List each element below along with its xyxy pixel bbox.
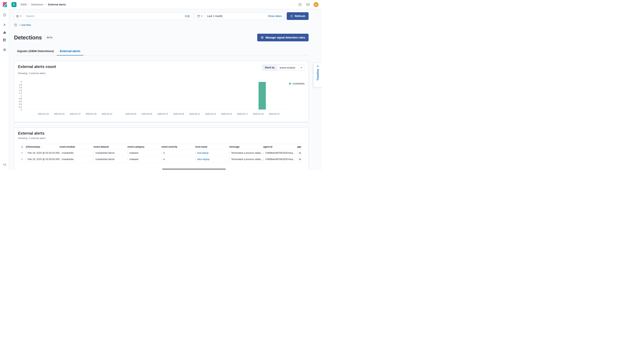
drag-handle[interactable] (229, 152, 230, 154)
nav-visualize-app[interactable] (1, 28, 8, 36)
column-header-agent-id[interactable]: agent.id (263, 146, 297, 148)
nav-app-a[interactable]: A (1, 21, 8, 28)
collapse-navigation-button[interactable] (1, 161, 8, 169)
fields-list-icon (20, 146, 24, 148)
cell-event-category: malware (128, 158, 162, 161)
manage-rules-label: Manage signal detection rules (266, 36, 305, 39)
nav-divider (2, 45, 7, 45)
chevron-down-icon (201, 16, 202, 17)
query-language-toggle[interactable]: KQL (182, 14, 193, 18)
chart-bar-crowdstrike (258, 82, 266, 110)
legend-swatch (289, 83, 291, 85)
drag-handle[interactable] (26, 158, 26, 161)
stack-by-control: Stack by event.module (262, 64, 304, 71)
search-input[interactable] (24, 14, 182, 18)
drag-handle[interactable] (263, 158, 264, 161)
column-header-host-name[interactable]: host.name (195, 146, 229, 148)
drag-handle[interactable] (128, 158, 128, 161)
cell-event-module: crowdstrike (60, 158, 94, 161)
cell-event-category: malware (128, 152, 162, 154)
nav-management[interactable] (1, 46, 8, 54)
column-label: host.name (195, 146, 208, 148)
filter-bar: + Add filter (14, 22, 308, 27)
time-range-value[interactable]: Last 1 month (205, 14, 225, 18)
cell-event-dataset: crowdstrike.falcon (94, 152, 128, 154)
column-header-event-module[interactable]: event.module (60, 146, 94, 148)
host-name-link[interactable]: alice-laptop (197, 158, 210, 161)
x-tick-label: 2020-02-05 (142, 113, 152, 115)
x-tick-label: 2020-02-21 (269, 113, 280, 115)
cell-host-name: alice-laptop (195, 158, 229, 161)
app-a-icon: A (4, 23, 5, 26)
kibana-siem-app: D SIEM / Detections / External alerts ? (0, 0, 322, 170)
drag-handle[interactable] (94, 158, 94, 161)
external-alerts-table: @timestamp ↓ event.module event.dataset … (18, 144, 304, 163)
drag-handle[interactable] (162, 158, 162, 161)
breadcrumb-separator: / (28, 3, 29, 6)
drag-handle[interactable] (229, 158, 230, 161)
newsfeed-button[interactable] (305, 1, 311, 8)
column-header-event-dataset[interactable]: event.dataset (94, 146, 128, 148)
cell-value: Feb 19, 2020 @ 03:30:00.000 (28, 158, 60, 161)
tab-external-alerts[interactable]: External alerts (57, 47, 84, 55)
nav-siem-app-active[interactable] (1, 36, 8, 44)
drag-handle[interactable] (195, 152, 196, 154)
external-alerts-count-panel: External alerts count Stack by event.mod… (14, 61, 308, 122)
space-avatar[interactable]: D (12, 2, 16, 7)
filter-options-button[interactable] (14, 23, 17, 27)
siem-app-icon (3, 38, 6, 42)
show-dates-button[interactable]: Show dates (265, 14, 284, 18)
user-menu-button[interactable]: e (313, 1, 319, 8)
title-wrap: Detections BETA (14, 34, 55, 41)
drag-handle[interactable] (94, 152, 94, 154)
drag-handle[interactable] (263, 152, 264, 154)
expand-row-button[interactable] (19, 157, 24, 162)
x-axis: 2020-01-232020-01-252020-01-272020-01-29… (24, 113, 286, 115)
x-tick-label: 2020-02-15 (221, 113, 232, 115)
drag-handle[interactable] (60, 158, 60, 161)
nav-recently-viewed[interactable] (1, 11, 8, 19)
drag-handle[interactable] (297, 158, 298, 161)
column-header-event-category[interactable]: event.category (128, 146, 162, 148)
manage-signal-detection-rules-button[interactable]: Manage signal detection rules (257, 34, 308, 41)
search-bar-group: KQL (14, 12, 193, 20)
breadcrumb-siem[interactable]: SIEM (20, 3, 27, 6)
timeline-flyout-toggle[interactable]: « Timeline (313, 63, 322, 87)
drag-handle[interactable] (26, 152, 26, 154)
tab-signals[interactable]: Signals (SIEM Detections) (14, 47, 57, 55)
chart-legend-crowdstrike[interactable]: crowdstrike (289, 82, 304, 85)
column-header-agent-type-clipped[interactable]: age (297, 146, 304, 148)
chevron-down-icon (300, 67, 302, 68)
svg-text:?: ? (300, 3, 300, 5)
drag-handle[interactable] (162, 152, 162, 154)
bar-chart-icon (3, 31, 6, 34)
host-name-link[interactable]: bob-laptop (197, 152, 208, 154)
drag-handle[interactable] (60, 152, 60, 154)
saved-query-menu-button[interactable] (14, 12, 24, 20)
cell-value: Feb 19, 2020 @ 03:33:20.000 (28, 152, 60, 154)
kibana-logo[interactable] (0, 0, 10, 9)
fields-browser-button[interactable] (19, 144, 24, 149)
drag-handle[interactable] (297, 152, 298, 154)
drag-handle[interactable] (128, 152, 128, 154)
horizontal-scrollbar-thumb[interactable] (162, 169, 226, 170)
side-navigation: A (0, 9, 9, 170)
drag-handle[interactable] (195, 158, 196, 161)
cell-value: malware (130, 152, 138, 154)
help-menu-button[interactable]: ? (297, 1, 303, 8)
column-header-message[interactable]: message (229, 146, 263, 148)
column-header-timestamp[interactable]: @timestamp ↓ (26, 146, 60, 148)
x-tick-label: 2020-02-09 (173, 113, 184, 115)
collapse-menu-icon (3, 163, 6, 166)
date-quick-select-button[interactable] (195, 12, 205, 20)
breadcrumb-current-page: External alerts (48, 3, 66, 6)
external-alerts-table-panel: External alerts Showing: 2 external aler… (14, 128, 308, 170)
add-filter-button[interactable]: + Add filter (19, 23, 31, 26)
breadcrumb-detections[interactable]: Detections (31, 3, 44, 6)
column-header-event-severity[interactable]: event.severity (162, 146, 195, 148)
cell-value: 7c808b4c8878433287eea... (265, 158, 295, 161)
expand-row-button[interactable] (19, 151, 24, 156)
topbar-actions: ? e (297, 1, 322, 8)
refresh-button[interactable]: Refresh (287, 12, 308, 20)
stack-by-select[interactable]: event.module (277, 65, 304, 70)
